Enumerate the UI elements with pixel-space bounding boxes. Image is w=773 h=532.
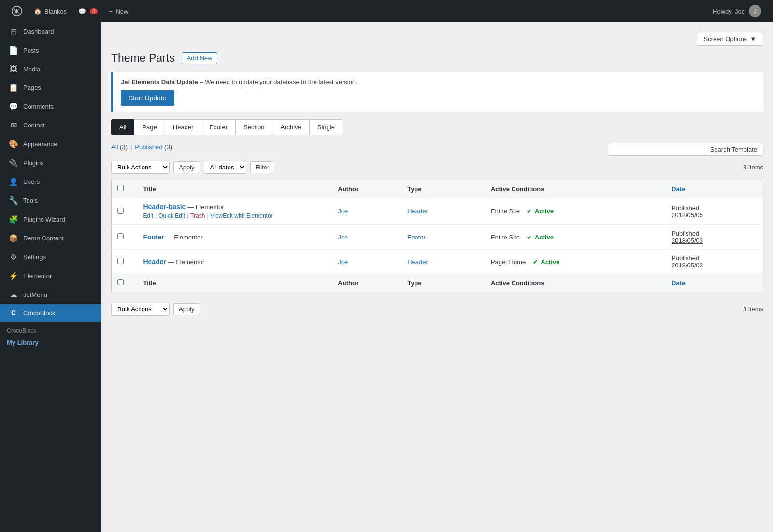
- edit-elementor-action-1[interactable]: Edit with Elementor: [223, 212, 272, 220]
- row-checkbox-cell-2: [112, 225, 138, 250]
- date-sort-link-bottom[interactable]: Date: [672, 280, 685, 287]
- sidebar-item-comments[interactable]: 💬 Comments: [0, 97, 101, 116]
- row-checkbox-1[interactable]: [117, 208, 124, 214]
- comment-icon: 💬: [78, 8, 86, 15]
- tab-header[interactable]: Header: [165, 119, 202, 135]
- tab-page[interactable]: Page: [134, 119, 165, 135]
- tab-footer[interactable]: Footer: [201, 119, 236, 135]
- settings-icon: ⚙: [9, 252, 18, 262]
- row-checkbox-2[interactable]: [117, 233, 124, 239]
- comments-link[interactable]: 💬 0: [72, 0, 103, 22]
- post-title-3[interactable]: Header: [143, 258, 166, 266]
- author-link-2[interactable]: Joe: [338, 234, 348, 241]
- sidebar-item-dashboard[interactable]: ⊞ Dashboard: [0, 22, 101, 41]
- sidebar-item-crocoblock[interactable]: C CrocoBlock: [0, 304, 101, 322]
- bulk-apply-bottom-button[interactable]: Apply: [173, 303, 200, 315]
- row-checkbox-3[interactable]: [117, 258, 124, 264]
- date-status-1: Published: [672, 204, 699, 211]
- tab-single[interactable]: Single: [309, 119, 343, 135]
- row-type-cell-3: Header: [401, 250, 485, 274]
- th-date: Date: [666, 180, 763, 198]
- post-title-2[interactable]: Footer: [143, 233, 164, 241]
- bulk-actions-bottom-select[interactable]: Bulk Actions Edit Move to Trash: [111, 303, 170, 316]
- filter-button[interactable]: Filter: [250, 161, 275, 173]
- screen-options-button[interactable]: Screen Options ▼: [697, 32, 763, 46]
- start-update-button[interactable]: Start Update: [121, 90, 174, 106]
- date-filter-select[interactable]: All dates: [204, 161, 246, 174]
- sidebar-item-media[interactable]: 🖼 Media: [0, 60, 101, 78]
- sidebar-item-appearance[interactable]: 🎨 Appearance: [0, 135, 101, 154]
- sidebar-item-posts[interactable]: 📄 Posts: [0, 41, 101, 60]
- tab-section[interactable]: Section: [235, 119, 272, 135]
- date-sort-link[interactable]: Date: [672, 185, 685, 193]
- filter-published-link[interactable]: Published (3): [135, 143, 172, 151]
- sidebar: ⊞ Dashboard 📄 Posts 🖼 Media 📋 Pages 💬 Co…: [0, 22, 101, 532]
- filter-all-link[interactable]: All (3): [111, 143, 128, 151]
- date-value-1[interactable]: 2018/05/05: [672, 211, 703, 219]
- bulk-actions-top-bar: Bulk Actions Edit Move to Trash Apply Al…: [111, 161, 763, 174]
- quick-edit-action-1[interactable]: Quick Edit: [158, 212, 185, 220]
- jetmenu-icon: ☁: [9, 290, 18, 299]
- post-title-1[interactable]: Header-basic: [143, 203, 186, 210]
- sidebar-item-elementor[interactable]: ⚡ Elementor: [0, 266, 101, 285]
- plugins-wizard-icon: 🧩: [9, 215, 18, 224]
- date-value-2[interactable]: 2018/05/03: [672, 237, 703, 244]
- select-all-checkbox-top[interactable]: [117, 185, 124, 191]
- th-conditions: Active Conditions: [485, 180, 666, 198]
- avatar: J: [749, 5, 761, 17]
- active-badge-3: Active: [541, 258, 559, 266]
- type-link-2[interactable]: Footer: [407, 234, 426, 241]
- elementor-icon: ⚡: [9, 271, 18, 280]
- filter-links: All (3) | Published (3): [111, 143, 172, 151]
- tab-all[interactable]: All: [111, 119, 134, 135]
- sidebar-item-settings[interactable]: ⚙ Settings: [0, 248, 101, 266]
- sidebar-item-tools[interactable]: 🔧 Tools: [0, 191, 101, 210]
- row-conditions-cell-2: Entire Site ✔ Active: [485, 225, 666, 250]
- sidebar-item-plugins[interactable]: 🔌 Plugins: [0, 154, 101, 172]
- sidebar-item-plugins-wizard[interactable]: 🧩 Plugins Wizard: [0, 210, 101, 229]
- th-author-bottom: Author: [332, 274, 401, 292]
- tab-archive[interactable]: Archive: [272, 119, 309, 135]
- table-header-row: Title Author Type Active Conditions Date: [112, 180, 763, 198]
- theme-parts-table: Title Author Type Active Conditions Date: [111, 180, 763, 292]
- edit-action-1[interactable]: Edit: [143, 212, 153, 220]
- th-title-bottom: Title: [137, 274, 332, 292]
- sidebar-my-library[interactable]: My Library: [0, 336, 101, 349]
- type-link-1[interactable]: Header: [407, 208, 428, 215]
- sidebar-item-demo-content[interactable]: 📦 Demo Content: [0, 229, 101, 248]
- screen-options-bar: Screen Options ▼: [111, 32, 763, 46]
- row-title-cell-3: Header — Elementor: [137, 250, 332, 274]
- date-value-3[interactable]: 2018/05/03: [672, 262, 703, 269]
- notice-box: Jet Elements Data Update – We need to up…: [111, 72, 763, 112]
- row-actions-1: Edit | Quick Edit | Trash | View Edit wi…: [143, 212, 326, 220]
- trash-action-1[interactable]: Trash: [190, 212, 205, 220]
- sidebar-item-jetmenu[interactable]: ☁ JetMenu: [0, 285, 101, 304]
- main-content: Screen Options ▼ Theme Parts Add New Jet…: [101, 22, 773, 532]
- bulk-actions-top-select[interactable]: Bulk Actions Edit Move to Trash: [111, 161, 170, 174]
- th-type-bottom: Type: [401, 274, 485, 292]
- row-author-cell-3: Joe: [332, 250, 401, 274]
- row-date-cell-3: Published 2018/05/03: [666, 250, 763, 274]
- bulk-apply-top-button[interactable]: Apply: [173, 161, 200, 173]
- tools-icon: 🔧: [9, 196, 18, 205]
- select-all-checkbox-bottom[interactable]: [117, 279, 124, 285]
- row-checkbox-cell-3: [112, 250, 138, 274]
- author-link-3[interactable]: Joe: [338, 258, 348, 266]
- page-title-area: Theme Parts Add New: [111, 52, 763, 65]
- new-content-link[interactable]: + New: [103, 0, 134, 22]
- site-name-link[interactable]: 🏠 Blankos: [28, 0, 72, 22]
- sidebar-item-pages[interactable]: 📋 Pages: [0, 78, 101, 97]
- sidebar-item-contact[interactable]: ✉ Contact: [0, 116, 101, 135]
- view-action-1[interactable]: View: [210, 212, 223, 220]
- search-template-button[interactable]: Search Template: [704, 143, 763, 156]
- row-conditions-cell-1: Entire Site ✔ Active: [485, 198, 666, 225]
- author-link-1[interactable]: Joe: [338, 208, 348, 215]
- check-icon-3: ✔: [533, 258, 538, 266]
- sidebar-item-users[interactable]: 👤 Users: [0, 172, 101, 191]
- add-new-button[interactable]: Add New: [182, 52, 218, 64]
- wp-logo-link[interactable]: [6, 0, 28, 22]
- row-author-cell-1: Joe: [332, 198, 401, 225]
- search-template-input[interactable]: [608, 143, 704, 156]
- active-badge-1: Active: [535, 208, 554, 215]
- type-link-3[interactable]: Header: [407, 258, 428, 266]
